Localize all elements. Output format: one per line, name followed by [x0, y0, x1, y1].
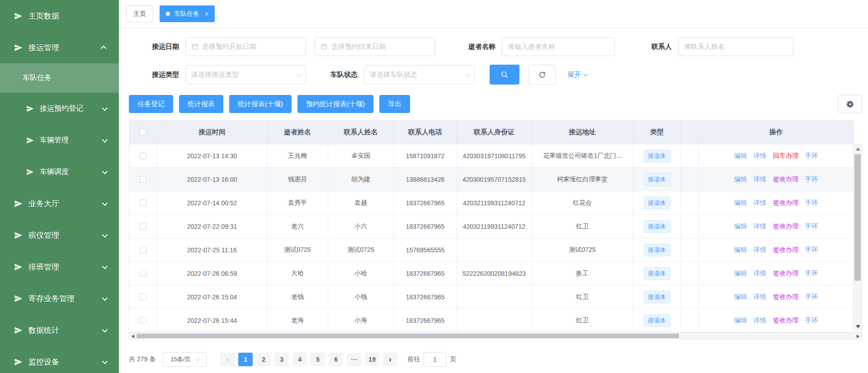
action-link[interactable]: 编辑 — [734, 222, 747, 231]
tab-bar: 主页 车队任务 × — [119, 0, 868, 28]
action-link[interactable]: 签收办理 — [773, 293, 798, 301]
scroll-up-icon[interactable] — [856, 147, 860, 151]
page-button[interactable]: 3 — [274, 353, 289, 366]
sidebar-item[interactable]: 接运预约登记 — [0, 93, 119, 124]
action-link[interactable]: 详情 — [754, 199, 766, 207]
sidebar-item[interactable]: 殡仪管理 — [0, 219, 119, 251]
cell-hidden — [681, 215, 699, 238]
page-button[interactable]: 2 — [256, 353, 271, 366]
action-link[interactable]: 编辑 — [734, 269, 747, 278]
pickup-type-select[interactable]: 请选择接运类型 — [185, 65, 306, 84]
scroll-down-icon[interactable] — [856, 325, 860, 328]
search-button[interactable] — [490, 65, 519, 85]
action-link[interactable]: 手环 — [805, 293, 818, 301]
column-settings-button[interactable] — [838, 95, 862, 113]
action-link[interactable]: 编辑 — [734, 199, 747, 207]
vertical-scrollbar-thumb[interactable] — [854, 154, 861, 281]
action-link[interactable]: 手环 — [805, 152, 818, 160]
row-checkbox[interactable] — [140, 317, 146, 324]
row-checkbox[interactable] — [140, 199, 146, 206]
row-checkbox[interactable] — [140, 152, 146, 159]
action-link[interactable]: 详情 — [754, 222, 766, 231]
action-link[interactable]: 详情 — [754, 293, 766, 301]
action-link[interactable]: 回车办理 — [773, 152, 798, 160]
page-size-select[interactable]: 15条/页 — [163, 352, 207, 367]
action-link[interactable]: 手环 — [805, 316, 818, 325]
pagination: 共 279 条 15条/页 ‹ 123456···19 › 前往 页 — [129, 352, 456, 367]
page-button[interactable]: 5 — [311, 353, 325, 366]
deceased-name-input[interactable]: 请输入逝者名称 — [502, 37, 615, 56]
action-link[interactable]: 编辑 — [734, 152, 747, 160]
action-link[interactable]: 签收办理 — [773, 269, 798, 278]
tab-fleet-task[interactable]: 车队任务 × — [160, 5, 215, 22]
action-link[interactable]: 签收办理 — [773, 316, 798, 325]
sidebar-item[interactable]: 车辆调度 — [0, 156, 119, 188]
row-checkbox[interactable] — [140, 246, 146, 253]
row-checkbox[interactable] — [140, 293, 146, 300]
contact-name-input[interactable]: 请联系人姓名 — [678, 37, 793, 56]
expand-link[interactable]: 展开 — [567, 65, 587, 85]
horizontal-scrollbar-thumb[interactable] — [137, 334, 679, 338]
close-icon[interactable]: × — [205, 10, 208, 18]
action-link[interactable]: 签收办理 — [773, 199, 798, 207]
toolbar-button[interactable]: 预约统计报表(十堰) — [297, 95, 373, 113]
sidebar-item[interactable]: 寄存业务管理 — [0, 283, 119, 314]
prev-page-button[interactable]: ‹ — [220, 353, 235, 366]
chevron-down-icon — [195, 356, 200, 361]
row-checkbox[interactable] — [140, 270, 146, 277]
action-link[interactable]: 手环 — [805, 199, 818, 207]
row-checkbox[interactable] — [140, 223, 146, 230]
action-link[interactable]: 手环 — [805, 175, 818, 184]
action-link[interactable]: 编辑 — [734, 175, 747, 184]
scroll-left-icon[interactable] — [132, 335, 134, 338]
page-button[interactable]: 4 — [292, 353, 307, 366]
horizontal-scrollbar[interactable] — [129, 332, 862, 340]
action-link[interactable]: 详情 — [754, 175, 766, 184]
page-button[interactable]: 1 — [238, 353, 253, 366]
action-link[interactable]: 详情 — [754, 316, 766, 325]
goto-page-input[interactable] — [424, 352, 446, 367]
action-link[interactable]: 手环 — [805, 222, 818, 231]
page-button[interactable]: 6 — [329, 353, 343, 366]
action-link[interactable]: 编辑 — [734, 293, 747, 301]
page-button[interactable]: 19 — [365, 353, 379, 366]
sidebar-item[interactable]: 数据统计 — [0, 314, 119, 346]
toolbar-button[interactable]: 统计报表 — [179, 95, 223, 113]
refresh-button[interactable] — [528, 65, 556, 85]
vertical-scrollbar[interactable] — [853, 144, 862, 332]
action-link[interactable]: 签收办理 — [773, 175, 798, 184]
action-link[interactable]: 详情 — [754, 269, 766, 278]
cell-pickup-address: 柯家垭红白理事堂 — [532, 168, 633, 191]
sidebar-item[interactable]: 车辆管理 — [0, 124, 119, 156]
action-link[interactable]: 签收办理 — [773, 222, 798, 231]
fleet-status-select[interactable]: 请选择车队状态 — [364, 65, 475, 84]
toolbar-button[interactable]: 导出 — [379, 95, 410, 113]
sidebar-item[interactable]: 接运管理 — [0, 32, 119, 63]
action-link[interactable]: 详情 — [754, 152, 766, 160]
cell-pickup-address: 红卫 — [532, 285, 633, 309]
sidebar-item[interactable]: 车队任务 — [0, 63, 119, 93]
date-end-input[interactable]: 选择预约结束日期 — [315, 37, 435, 56]
sidebar-item[interactable]: 业务大厅 — [0, 188, 119, 219]
date-start-input[interactable]: 选择预约开始日期 — [185, 37, 306, 56]
next-page-button[interactable]: › — [383, 353, 397, 366]
action-link[interactable]: 编辑 — [734, 246, 747, 254]
action-link[interactable]: 手环 — [805, 269, 818, 278]
action-link[interactable]: 编辑 — [734, 316, 747, 325]
row-actions: 编辑详情回车办理手环 — [702, 152, 850, 160]
sidebar-item[interactable]: 监控设备 — [0, 346, 119, 373]
action-link[interactable]: 签收办理 — [773, 246, 798, 254]
action-link[interactable]: 手环 — [805, 246, 818, 254]
sidebar-item[interactable]: 排班管理 — [0, 251, 119, 283]
row-checkbox[interactable] — [140, 176, 146, 183]
sidebar-item[interactable]: 主页数据 — [0, 0, 119, 32]
scroll-right-icon[interactable] — [857, 335, 859, 338]
action-link[interactable]: 详情 — [754, 246, 766, 254]
tab-home[interactable]: 主页 — [126, 5, 153, 22]
toolbar-button[interactable]: 统计报表(十堰) — [229, 95, 292, 113]
contact-name-placeholder: 请联系人姓名 — [684, 42, 725, 51]
toolbar-button[interactable]: 任务登记 — [129, 95, 173, 113]
page-ellipsis-button[interactable]: ··· — [347, 353, 361, 366]
row-actions: 编辑详情签收办理手环 — [702, 316, 850, 325]
select-all-checkbox[interactable] — [140, 129, 146, 136]
